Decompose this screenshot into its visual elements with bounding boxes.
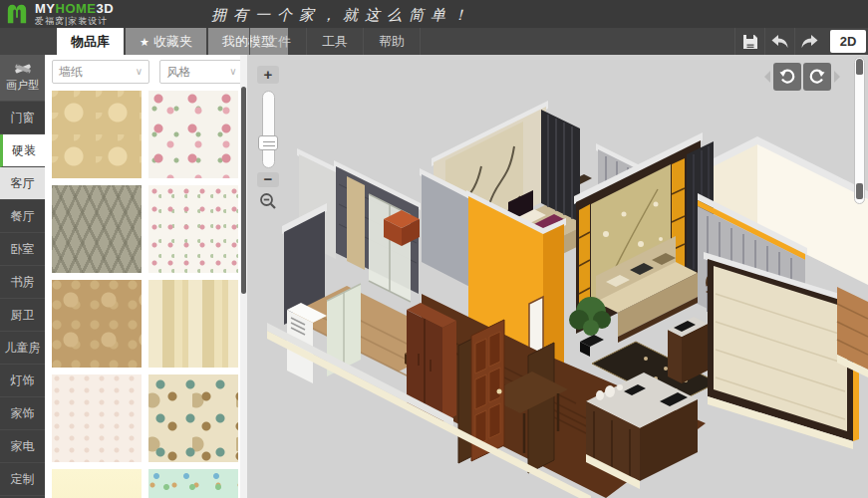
save-icon (742, 34, 758, 50)
scene-balcony-floor (837, 287, 868, 377)
tilt-slider-thumb[interactable] (856, 183, 863, 199)
chevron-down-icon: ∨ (229, 61, 236, 83)
rotate-cw-icon (808, 68, 826, 86)
wallpaper-swatch-pale-yellow[interactable] (52, 469, 142, 498)
draw-tools-icon (14, 61, 32, 77)
sidebar-item-label: 家电 (11, 439, 35, 453)
menu-help[interactable]: 帮助 (364, 28, 421, 55)
sidebar-item-label: 儿童房 (5, 341, 41, 355)
rotate-ccw-button[interactable] (773, 63, 801, 91)
pan-left-arrow[interactable] (764, 71, 770, 83)
rotate-ccw-icon (778, 68, 796, 86)
style-select[interactable]: 风格∨ (159, 60, 243, 84)
sidebar-item-硬装[interactable]: 硬装 (0, 134, 45, 167)
undo-button[interactable] (764, 28, 794, 55)
sidebar-item-label: 客厅 (11, 176, 35, 190)
sidebar-item-儿童房[interactable]: 儿童房 (0, 332, 45, 365)
sidebar-item-label: 餐厅 (11, 209, 35, 223)
wallpaper-swatch-pink-rose[interactable] (148, 91, 238, 178)
sidebar-item-画户型[interactable]: 画户型 (0, 55, 45, 102)
sidebar-item-餐厅[interactable]: 餐厅 (0, 200, 45, 233)
brand-subtitle: 爱福窝|家装设计 (35, 16, 114, 27)
brand-logo[interactable]: MYHOME3D 爱福窝|家装设计 (6, 3, 114, 27)
sidebar-item-label: 定制 (11, 472, 35, 486)
star-icon: ★ (140, 36, 149, 48)
sidebar-item-label: 硬装 (12, 143, 36, 157)
brand-name: MYHOME3D (35, 3, 114, 14)
sidebar-item-家饰[interactable]: 家饰 (0, 397, 45, 430)
wallpaper-swatch-tan-damask[interactable] (52, 280, 142, 368)
zoom-slider-track[interactable] (262, 91, 275, 168)
floorplan-3d-view[interactable] (247, 55, 868, 498)
sidebar-item-卧室[interactable]: 卧室 (0, 233, 45, 266)
top-bar: MYHOME3D 爱福窝|家装设计 拥有一个家，就这么简单！ (0, 0, 868, 28)
library-panel: 墙纸∨ 风格∨ (45, 55, 247, 498)
sidebar-item-客厅[interactable]: 客厅 (0, 167, 45, 200)
sidebar-item-门窗[interactable]: 门窗 (0, 102, 45, 134)
rotate-controls (764, 63, 840, 91)
sidebar-item-家电[interactable]: 家电 (0, 430, 45, 463)
menu-bar: 物品库 ★收藏夹 我的模型 文件 工具 帮助 (0, 28, 868, 55)
sidebar-item-label: 卧室 (11, 242, 35, 256)
panel-scrollbar-thumb[interactable] (241, 87, 246, 294)
tilt-slider[interactable] (854, 57, 865, 204)
viewport-3d[interactable]: + − (247, 55, 868, 498)
save-button[interactable] (734, 28, 764, 55)
sidebar-item-灯饰[interactable]: 灯饰 (0, 365, 45, 397)
wallpaper-swatch-pink-floral-dots[interactable] (148, 185, 238, 273)
wallpaper-swatch-grid (45, 89, 247, 498)
view-2d-toggle[interactable]: 2D (830, 30, 866, 53)
zoom-controls: + − (257, 66, 287, 211)
rotate-cw-button[interactable] (803, 63, 831, 91)
zoom-lens-button[interactable] (257, 191, 279, 211)
panel-scrollbar[interactable] (240, 55, 247, 498)
wallpaper-swatch-beige-damask[interactable] (52, 91, 142, 178)
sidebar-item-label: 灯饰 (11, 374, 35, 387)
tab-item-library[interactable]: 物品库 (57, 28, 124, 55)
wallpaper-swatch-gray-ogee[interactable] (52, 185, 142, 273)
zoom-lens-icon (259, 192, 277, 210)
wallpaper-swatch-mint-letters[interactable] (148, 469, 238, 498)
myhome3d-logo-icon (6, 3, 28, 25)
sidebar-item-label: 家饰 (11, 406, 35, 420)
tilt-slider-top-cap[interactable] (856, 59, 863, 75)
sidebar: 画户型门窗硬装客厅餐厅卧室书房厨卫儿童房灯饰家饰家电定制 (0, 55, 45, 498)
wallpaper-swatch-teal-floral[interactable] (148, 374, 238, 462)
slogan-text: 拥有一个家，就这么简单！ (211, 0, 474, 28)
redo-button[interactable] (794, 28, 824, 55)
menu-items: 文件 工具 帮助 (249, 28, 421, 55)
zoom-slider-handle[interactable] (258, 135, 278, 150)
sidebar-item-定制[interactable]: 定制 (0, 463, 45, 496)
zoom-out-button[interactable]: − (257, 172, 279, 187)
pan-right-arrow[interactable] (834, 71, 840, 83)
filter-bar: 墙纸∨ 风格∨ (45, 55, 247, 89)
myhome3d-app: MYHOME3D 爱福窝|家装设计 拥有一个家，就这么简单！ 物品库 ★收藏夹 … (0, 0, 868, 498)
tab-favorites[interactable]: ★收藏夹 (126, 28, 206, 55)
sidebar-item-label: 厨卫 (11, 308, 35, 322)
wallpaper-category-select[interactable]: 墙纸∨ (52, 60, 149, 84)
chevron-down-icon: ∨ (136, 61, 143, 83)
wallpaper-swatch-cream-stripes[interactable] (148, 280, 238, 368)
sidebar-item-label: 门窗 (11, 111, 35, 124)
menu-file[interactable]: 文件 (249, 28, 307, 55)
redo-icon (801, 35, 818, 49)
wallpaper-swatch-pale-pink-texture[interactable] (52, 374, 142, 462)
sidebar-item-label: 画户型 (6, 79, 39, 91)
menu-tools[interactable]: 工具 (307, 28, 364, 55)
undo-icon (771, 35, 788, 49)
toolbar-actions: 2D (734, 28, 868, 55)
sidebar-item-厨卫[interactable]: 厨卫 (0, 299, 45, 332)
sidebar-item-书房[interactable]: 书房 (0, 266, 45, 299)
zoom-in-button[interactable]: + (257, 66, 279, 84)
sidebar-item-label: 书房 (11, 275, 35, 289)
